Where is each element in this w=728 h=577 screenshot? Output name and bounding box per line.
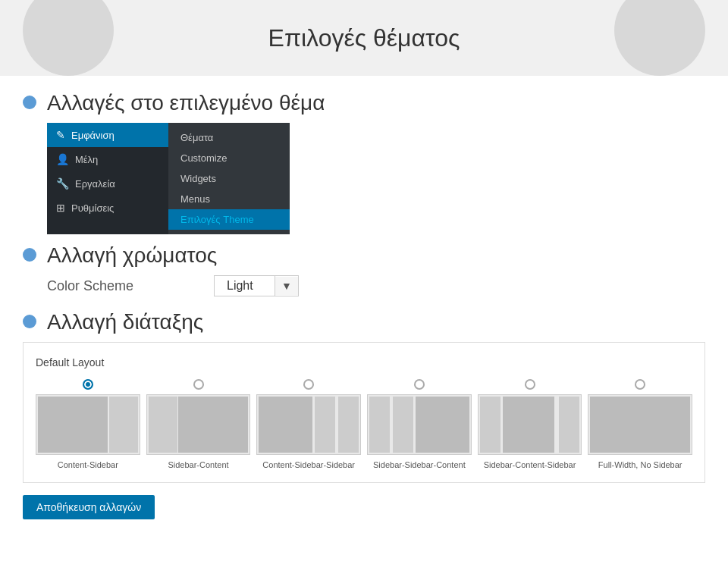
bullet-item-3: Αλλαγή διάταξης	[23, 310, 705, 334]
wp-sidebar-settings[interactable]: ⊞ Ρυθμίσεις	[47, 196, 168, 220]
header-circle-right	[614, 0, 705, 76]
wp-submenu-menus[interactable]: Menus	[168, 189, 290, 209]
layout-option-sidebar-sidebar-content[interactable]: Sidebar-Sidebar-Content	[367, 379, 472, 470]
wp-sidebar-members-label: Μέλη	[75, 154, 98, 165]
wp-sidebar-members[interactable]: 👤 Μέλη	[47, 147, 168, 171]
bullet-text-3: Αλλαγή διάταξης	[47, 310, 203, 334]
layout-preview-6	[588, 394, 692, 455]
members-icon: 👤	[56, 153, 69, 165]
bullet-item-1: Αλλαγές στο επιλεγμένο θέμα	[23, 91, 705, 115]
layout-option-sidebar-content[interactable]: Sidebar-Content	[146, 379, 251, 470]
wp-submenu-themes[interactable]: Θέματα	[168, 127, 290, 148]
layout-radio-4[interactable]	[414, 379, 425, 390]
wp-submenu-theme-options[interactable]: Επιλογές Theme	[168, 209, 290, 230]
layout-preview-4	[367, 394, 472, 455]
wp-sidebar-settings-label: Ρυθμίσεις	[71, 202, 114, 214]
layout-preview-1	[36, 394, 140, 455]
bullet-dot-2	[23, 248, 36, 262]
wp-sidebar-appearance[interactable]: ✎ Εμφάνιση	[47, 123, 168, 147]
page-title: Επιλογές θέματος	[268, 24, 460, 52]
save-button[interactable]: Αποθήκευση αλλαγών	[23, 495, 155, 519]
layout-radio-6[interactable]	[635, 379, 645, 390]
color-scheme-label: Color Scheme	[47, 278, 199, 294]
layout-option-content-sidebar-sidebar[interactable]: Content-Sidebar-Sidebar	[256, 379, 361, 470]
wp-submenu-widgets[interactable]: Widgets	[168, 168, 290, 189]
layout-radio-2[interactable]	[193, 379, 204, 390]
layout-caption-1: Content-Sidebar	[58, 459, 118, 470]
color-scheme-row: Color Scheme Light ▼	[47, 275, 705, 296]
layout-option-content-sidebar[interactable]: Content-Sidebar	[36, 379, 140, 470]
layout-preview-2	[146, 394, 251, 455]
wp-sidebar-appearance-label: Εμφάνιση	[71, 130, 115, 141]
layout-caption-5: Sidebar-Content-Sidebar	[484, 459, 576, 470]
wp-submenu-customize[interactable]: Customize	[168, 148, 290, 168]
tools-icon: 🔧	[56, 177, 69, 190]
wp-menu-container: ✎ Εμφάνιση 👤 Μέλη 🔧 Εργαλεία ⊞ Ρυθμίσεις…	[47, 123, 705, 234]
bullet-dot-1	[23, 96, 36, 109]
color-scheme-dropdown-arrow[interactable]: ▼	[275, 277, 298, 295]
header: Επιλογές θέματος	[0, 0, 728, 76]
appearance-icon: ✎	[56, 129, 65, 141]
bullet-text-1: Αλλαγές στο επιλεγμένο θέμα	[47, 91, 325, 115]
layout-caption-2: Sidebar-Content	[168, 459, 228, 470]
bullet-dot-3	[23, 315, 36, 328]
layout-radio-1[interactable]	[83, 379, 93, 390]
layout-preview-3	[256, 394, 361, 455]
settings-icon: ⊞	[56, 202, 65, 214]
layout-options: Content-Sidebar Sidebar-Content	[36, 379, 692, 470]
layout-option-full-width[interactable]: Full-Width, No Sidebar	[588, 379, 692, 470]
wp-sidebar-tools-label: Εργαλεία	[75, 178, 115, 190]
layout-section: Default Layout Content-Sidebar	[23, 342, 705, 483]
bullet-item-2: Αλλαγή χρώματος	[23, 243, 705, 268]
layout-caption-6: Full-Width, No Sidebar	[598, 459, 682, 470]
layout-option-sidebar-content-sidebar[interactable]: Sidebar-Content-Sidebar	[478, 379, 582, 470]
layout-caption-4: Sidebar-Sidebar-Content	[373, 459, 466, 470]
layout-section-label: Default Layout	[36, 356, 692, 368]
main-content: Αλλαγές στο επιλεγμένο θέμα ✎ Εμφάνιση 👤…	[0, 76, 728, 535]
wp-sidebar-tools[interactable]: 🔧 Εργαλεία	[47, 171, 168, 196]
layout-radio-5[interactable]	[525, 379, 535, 390]
wp-submenu: Θέματα Customize Widgets Menus Επιλογές …	[168, 123, 290, 234]
bullet-text-2: Αλλαγή χρώματος	[47, 243, 217, 268]
layout-caption-3: Content-Sidebar-Sidebar	[262, 459, 355, 470]
wp-sidebar: ✎ Εμφάνιση 👤 Μέλη 🔧 Εργαλεία ⊞ Ρυθμίσεις	[47, 123, 168, 234]
color-scheme-value: Light	[215, 276, 275, 296]
layout-preview-5	[478, 394, 582, 455]
color-scheme-select[interactable]: Light ▼	[214, 275, 299, 296]
header-circle-left	[23, 0, 114, 76]
layout-radio-3[interactable]	[303, 379, 314, 390]
